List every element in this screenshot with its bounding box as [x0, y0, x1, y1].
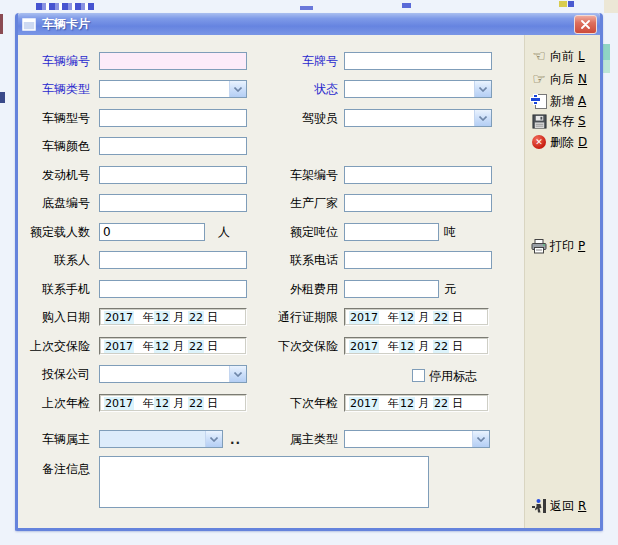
- hand-left-icon: ☜: [530, 48, 548, 64]
- next-button[interactable]: ☞ 向后 N: [530, 70, 587, 88]
- passengers-unit: 人: [218, 225, 230, 240]
- rated-tonnage-input[interactable]: [344, 223, 439, 241]
- save-button[interactable]: 保存 S: [530, 112, 586, 130]
- pass-deadline-label: 通行证期限: [248, 310, 338, 325]
- date-year[interactable]: 2017: [349, 340, 379, 353]
- vehicle-code-input[interactable]: [99, 52, 247, 70]
- next-label: 向后: [550, 71, 574, 88]
- remarks-textarea[interactable]: [99, 456, 429, 508]
- frame-no-input[interactable]: [344, 166, 492, 184]
- vehicle-card-dialog: 车辆卡片 车辆编号 车牌号 车辆类型 状态 车辆型号 驾驶员: [15, 13, 603, 531]
- background-window-fragment: [402, 3, 411, 8]
- date-day[interactable]: 22: [433, 397, 449, 410]
- back-button[interactable]: 返回 R: [530, 497, 586, 515]
- date-year[interactable]: 2017: [349, 311, 379, 324]
- dialog-titlebar[interactable]: 车辆卡片: [18, 13, 600, 35]
- background-window-fragment: [0, 14, 3, 34]
- pass-deadline-picker[interactable]: 2017年12月22日: [344, 308, 489, 326]
- date-month[interactable]: 12: [154, 397, 170, 410]
- print-button[interactable]: 打印 P: [530, 237, 585, 255]
- chassis-no-input[interactable]: [99, 194, 247, 212]
- close-icon: [581, 20, 590, 29]
- insurer-select[interactable]: [99, 365, 247, 383]
- contact-person-input[interactable]: [99, 251, 247, 269]
- vehicle-color-input[interactable]: [99, 137, 247, 155]
- date-day[interactable]: 22: [188, 340, 204, 353]
- last-insurance-label: 上次交保险: [20, 339, 90, 354]
- purchase-date-picker[interactable]: 2017年12月22日: [99, 308, 247, 326]
- month-unit: 月: [173, 339, 184, 354]
- date-month[interactable]: 12: [154, 311, 170, 324]
- year-unit: 年: [388, 339, 399, 354]
- date-day[interactable]: 22: [188, 311, 204, 324]
- day-unit: 日: [452, 310, 463, 325]
- date-day[interactable]: 22: [433, 311, 449, 324]
- background-window-fragment: [603, 44, 610, 60]
- last-inspection-picker[interactable]: 2017年12月22日: [99, 394, 247, 412]
- close-button[interactable]: [574, 15, 597, 34]
- manufacturer-label: 生产厂家: [248, 196, 338, 211]
- next-accesskey: N: [578, 72, 587, 86]
- date-year[interactable]: 2017: [349, 397, 379, 410]
- add-label: 新增: [550, 93, 574, 110]
- chevron-down-icon[interactable]: [229, 366, 246, 382]
- contact-phone-input[interactable]: [344, 251, 492, 269]
- date-month[interactable]: 12: [399, 397, 415, 410]
- disabled-flag-checkbox[interactable]: [412, 369, 425, 382]
- contact-mobile-input[interactable]: [99, 280, 247, 298]
- chevron-down-icon[interactable]: [474, 81, 491, 97]
- prev-accesskey: L: [578, 49, 585, 63]
- day-unit: 日: [452, 339, 463, 354]
- add-button[interactable]: 新增 A: [530, 92, 586, 110]
- background-window-fragment: [603, 60, 610, 73]
- next-insurance-picker[interactable]: 2017年12月22日: [344, 337, 489, 355]
- date-year[interactable]: 2017: [104, 340, 134, 353]
- contact-phone-label: 联系电话: [248, 253, 338, 268]
- chevron-down-icon[interactable]: [229, 81, 246, 97]
- day-unit: 日: [207, 310, 218, 325]
- owner-type-label: 属主类型: [248, 432, 338, 447]
- contact-person-label: 联系人: [20, 253, 90, 268]
- prev-button[interactable]: ☜ 向前 L: [530, 47, 585, 65]
- owner-select[interactable]: [99, 430, 223, 448]
- month-unit: 月: [418, 396, 429, 411]
- plate-no-label: 车牌号: [248, 54, 338, 69]
- print-accesskey: P: [578, 239, 585, 253]
- driver-select[interactable]: [344, 109, 492, 127]
- next-inspection-picker[interactable]: 2017年12月22日: [344, 394, 489, 412]
- status-select[interactable]: [344, 80, 492, 98]
- plate-no-input[interactable]: [344, 52, 492, 70]
- date-month[interactable]: 12: [399, 340, 415, 353]
- date-year[interactable]: 2017: [104, 311, 134, 324]
- chevron-down-icon[interactable]: [205, 431, 222, 447]
- vehicle-type-select[interactable]: [99, 80, 247, 98]
- delete-button[interactable]: ✕ 删除 D: [530, 133, 587, 151]
- vehicle-type-label: 车辆类型: [20, 82, 90, 97]
- date-month[interactable]: 12: [154, 340, 170, 353]
- background-window-fragment: [36, 3, 94, 10]
- year-unit: 年: [143, 396, 154, 411]
- month-unit: 月: [418, 310, 429, 325]
- vehicle-model-input[interactable]: [99, 109, 247, 127]
- date-day[interactable]: 22: [433, 340, 449, 353]
- engine-no-input[interactable]: [99, 166, 247, 184]
- manufacturer-input[interactable]: [344, 194, 492, 212]
- owner-browse-button[interactable]: ..: [230, 433, 241, 447]
- owner-type-select[interactable]: [344, 430, 490, 448]
- toolbar-panel: ☜ 向前 L ☞ 向后 N 新增 A: [524, 35, 600, 528]
- rental-fee-label: 外租费用: [248, 282, 338, 297]
- background-window-fragment: [0, 92, 5, 103]
- chevron-down-icon[interactable]: [472, 431, 489, 447]
- print-label: 打印: [550, 238, 574, 255]
- dialog-title: 车辆卡片: [42, 16, 90, 33]
- date-day[interactable]: 22: [188, 397, 204, 410]
- date-year[interactable]: 2017: [104, 397, 134, 410]
- last-insurance-picker[interactable]: 2017年12月22日: [99, 337, 247, 355]
- next-inspection-label: 下次年检: [248, 396, 338, 411]
- date-month[interactable]: 12: [399, 311, 415, 324]
- window-icon: [22, 18, 36, 31]
- floppy-disk-icon: [530, 113, 548, 129]
- chevron-down-icon[interactable]: [474, 110, 491, 126]
- rated-passengers-input[interactable]: [99, 223, 205, 241]
- rental-fee-input[interactable]: [344, 280, 439, 298]
